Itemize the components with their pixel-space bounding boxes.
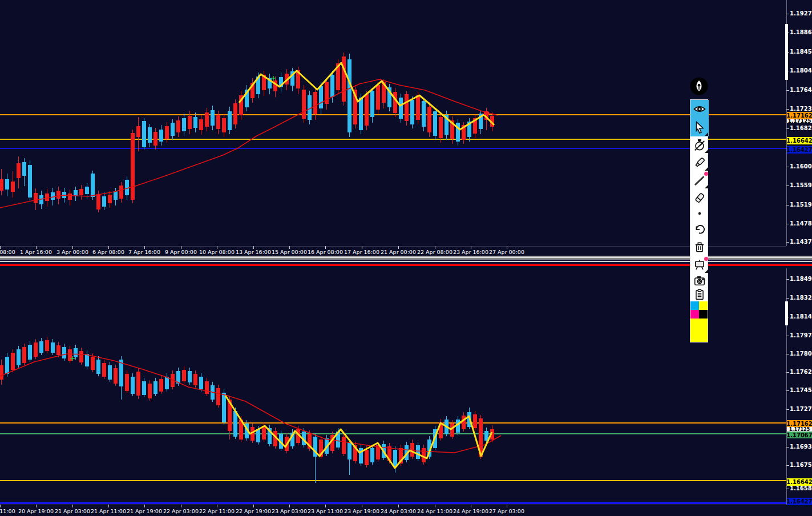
candle [387, 446, 391, 461]
current-color-yellow[interactable] [690, 319, 708, 342]
price-tick [786, 224, 789, 224]
price-level-line-top-1[interactable] [0, 139, 786, 140]
candle [74, 348, 78, 357]
price-level-line-bottom-1[interactable] [0, 433, 786, 434]
candle [296, 429, 300, 443]
price-level-line-top-0[interactable] [0, 114, 786, 115]
candle [348, 442, 352, 459]
price-tick-label: 1.18868 [790, 29, 812, 35]
time-tick-label: 27 Apr 00:00 [487, 249, 527, 255]
time-tick-label: 21 Apr 03:00 [52, 508, 92, 514]
pen-tool-button[interactable] [690, 154, 709, 171]
clipboard-button[interactable] [690, 288, 709, 301]
axis-scrollbar-thumb[interactable] [785, 24, 788, 80]
timer-off-button[interactable] [690, 136, 709, 154]
candle [399, 98, 403, 119]
candle [445, 115, 449, 135]
candle [239, 95, 243, 115]
candle [193, 374, 197, 385]
price-tick [786, 409, 789, 410]
time-tick [253, 505, 254, 507]
color-swatch-yellow[interactable] [699, 301, 708, 310]
price-tick [786, 372, 789, 373]
candle [336, 63, 340, 90]
price-tick-label: 1.17279 [790, 406, 812, 412]
axis-scrollbar-thumb[interactable] [785, 301, 788, 325]
color-swatch-black[interactable] [699, 310, 708, 319]
price-tick-label: 1.17648 [790, 87, 812, 93]
price-level-line-bottom-3[interactable] [0, 502, 812, 504]
select-cursor-button[interactable] [690, 118, 709, 136]
price-tick-label: 1.16828 [790, 125, 812, 131]
candle [393, 92, 397, 113]
time-tick-label: 10 Apr 08:00 [197, 249, 237, 255]
candle [285, 437, 289, 451]
candle [211, 110, 215, 126]
time-tick-label: 22 Apr 19:00 [233, 508, 273, 514]
candle [302, 90, 306, 119]
price-level-line-bottom-0[interactable] [0, 422, 786, 424]
candle [62, 192, 66, 198]
price-tick [786, 242, 789, 243]
price-tick-label: 1.19278 [790, 10, 812, 17]
annotation-toolbar [690, 99, 708, 342]
stopwatch-icon [693, 139, 706, 151]
corner-flag [705, 269, 708, 273]
candle [125, 180, 129, 195]
candle [62, 347, 66, 358]
candle [5, 179, 9, 190]
screenshot-button[interactable] [690, 273, 709, 288]
candle [91, 357, 95, 370]
annotation-app-launcher[interactable] [690, 77, 708, 95]
visibility-toggle-button[interactable] [690, 100, 709, 118]
price-tick-label: 1.18499 [790, 276, 812, 282]
plot-bottom-separator-top [0, 246, 786, 247]
candle [422, 101, 426, 127]
candle [313, 92, 317, 114]
price-tick [786, 465, 789, 466]
candle [79, 351, 83, 362]
price-level-line-bottom-2[interactable] [0, 480, 786, 481]
color-swatch-cyan[interactable] [690, 301, 699, 310]
line-tool-button[interactable] [690, 171, 709, 189]
time-tick [108, 505, 109, 507]
candle [176, 120, 180, 132]
candle [416, 95, 420, 120]
last-price-marker [484, 112, 489, 115]
candle [245, 424, 249, 438]
time-tick [144, 505, 145, 507]
candle [308, 95, 312, 120]
candle [490, 429, 494, 440]
candle [462, 416, 466, 429]
price-tick-label: 1.14378 [790, 239, 812, 245]
candle [96, 194, 100, 209]
cursor-icon [693, 121, 706, 134]
price-tick [786, 128, 789, 129]
candle [79, 189, 83, 195]
price-tick [786, 167, 789, 167]
brush-size-button[interactable] [690, 207, 709, 220]
color-swatch-magenta[interactable] [690, 310, 699, 319]
price-level-line-top-2[interactable] [0, 148, 786, 149]
time-tick [398, 505, 399, 507]
whiteboard-button[interactable] [690, 256, 709, 273]
candle [34, 193, 38, 203]
candle [308, 434, 312, 449]
eraser-tool-button[interactable] [690, 189, 709, 207]
marker-icon [693, 156, 706, 169]
price-level-label: 1.17162 [787, 420, 812, 427]
price-level-label: 1.16642 [787, 137, 812, 144]
corner-flag [705, 185, 708, 188]
candle [342, 437, 346, 454]
candle [28, 345, 32, 360]
time-tick-label: 21 Apr 11:00 [88, 508, 128, 514]
undo-button[interactable] [690, 220, 709, 238]
candle [222, 393, 226, 422]
candle [0, 179, 3, 191]
camera-icon [693, 275, 706, 287]
price-level-label: 1.17125 [787, 427, 812, 432]
candle [102, 363, 106, 377]
candle [171, 374, 175, 387]
time-tick-label: 15 Apr 00:00 [269, 249, 309, 255]
clear-all-button[interactable] [690, 238, 709, 256]
